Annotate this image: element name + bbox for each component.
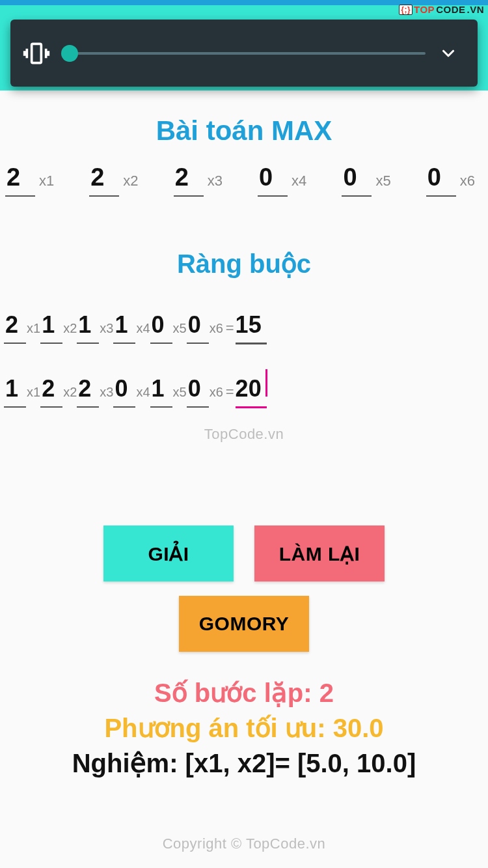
var-label: x5 <box>173 385 187 400</box>
slider-track <box>62 52 426 55</box>
steps-value: 2 <box>319 679 334 707</box>
coef-group: x2 <box>89 163 138 197</box>
var-label: x6 <box>210 385 223 400</box>
coef-input[interactable] <box>174 163 204 197</box>
solve-button[interactable]: GIẢI <box>103 525 234 581</box>
result-optimal: Phương án tối ưu: 30.0 <box>1 710 487 746</box>
var-label: x4 <box>136 385 150 400</box>
constraint-row: x1x2x3x4x5x6= <box>1 311 487 344</box>
coef-input[interactable] <box>113 375 135 408</box>
coef-group: x1 <box>5 163 54 197</box>
coef-input[interactable] <box>89 163 119 197</box>
sol-vals: [5.0, 10.0] <box>297 749 416 777</box>
page-title: Bài toán MAX <box>1 115 487 147</box>
coef-input[interactable] <box>150 375 172 408</box>
var-label: x2 <box>63 321 77 336</box>
var-label: x1 <box>39 173 54 189</box>
var-label: x4 <box>291 173 306 189</box>
sol-prefix: Nghiệm: <box>72 749 185 777</box>
bottom-watermark: Copyright © TopCode.vn <box>163 835 326 852</box>
volume-slider[interactable] <box>62 40 426 66</box>
button-row-2: GOMORY <box>1 596 487 652</box>
coef-input[interactable] <box>77 311 99 344</box>
results-block: Số bước lặp: 2 Phương án tối ưu: 30.0 Ng… <box>1 675 487 781</box>
gomory-button[interactable]: GOMORY <box>179 596 309 652</box>
text-cursor <box>265 369 267 397</box>
var-label: x6 <box>460 173 475 189</box>
logo-text-code: CODE <box>436 4 465 15</box>
slider-thumb[interactable] <box>61 45 78 62</box>
constraint-row: x1x2x3x4x5x6= <box>1 369 487 408</box>
var-label: x2 <box>123 173 138 189</box>
opt-value: 30.0 <box>333 714 384 742</box>
sol-eq: = <box>275 749 297 777</box>
volume-overlay-panel <box>10 20 478 87</box>
coef-input[interactable] <box>4 311 26 344</box>
coef-input[interactable] <box>40 311 62 344</box>
var-label: x6 <box>210 321 223 336</box>
coef-input[interactable] <box>150 311 172 344</box>
coef-input[interactable] <box>187 311 209 344</box>
var-label: x3 <box>100 385 113 400</box>
result-steps: Số bước lặp: 2 <box>1 675 487 710</box>
coef-group: x5 <box>342 163 390 197</box>
opt-label: Phương án tối ưu: <box>104 714 332 742</box>
objective-row: x1x2x3x4x5x6 <box>1 163 487 197</box>
result-solution: Nghiệm: [x1, x2]= [5.0, 10.0] <box>1 746 487 781</box>
coef-input[interactable] <box>187 375 209 408</box>
coef-input[interactable] <box>5 163 35 197</box>
app-header-background: {;} TOP CODE .VN <box>0 5 488 91</box>
svg-rect-0 <box>32 44 42 63</box>
coef-group: x3 <box>174 163 223 197</box>
var-label: x1 <box>27 385 40 400</box>
var-label: x5 <box>375 173 390 189</box>
logo-text-vn: .VN <box>467 4 484 15</box>
coef-input[interactable] <box>342 163 372 197</box>
var-label: x4 <box>136 321 150 336</box>
reset-button[interactable]: LÀM LẠI <box>254 525 385 581</box>
vibrate-icon[interactable] <box>22 39 51 68</box>
expand-button[interactable] <box>437 42 459 64</box>
sol-vars: [x1, x2] <box>185 749 275 777</box>
coef-group: x4 <box>258 163 306 197</box>
button-row: GIẢI LÀM LẠI <box>1 525 487 581</box>
constraints-title: Ràng buộc <box>1 249 487 279</box>
var-label: x2 <box>63 385 77 400</box>
equals-sign: = <box>226 384 234 400</box>
logo-text-top: TOP <box>414 4 435 15</box>
steps-label: Số bước lặp: <box>154 679 319 707</box>
coef-input[interactable] <box>113 311 135 344</box>
coef-input[interactable] <box>40 375 62 408</box>
coef-input[interactable] <box>426 163 456 197</box>
coef-input[interactable] <box>4 375 26 408</box>
var-label: x5 <box>173 321 187 336</box>
coef-group: x6 <box>426 163 475 197</box>
brace-code-icon: {;} <box>399 5 413 15</box>
var-label: x3 <box>208 173 223 189</box>
rhs-input[interactable] <box>236 375 267 408</box>
var-label: x1 <box>27 321 40 336</box>
var-label: x3 <box>100 321 113 336</box>
coef-input[interactable] <box>258 163 288 197</box>
coef-input[interactable] <box>77 375 99 408</box>
rhs-input[interactable] <box>236 311 267 344</box>
equals-sign: = <box>226 320 234 337</box>
logo-watermark: {;} TOP CODE .VN <box>399 3 484 16</box>
